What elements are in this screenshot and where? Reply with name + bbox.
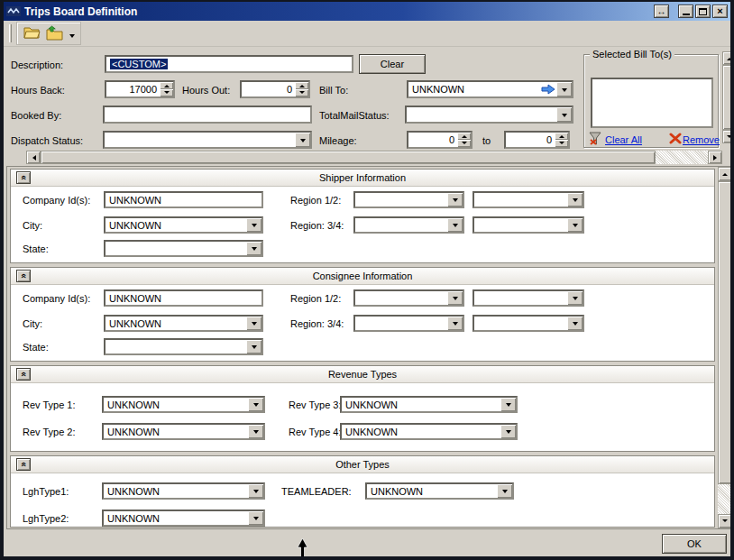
dropdown-button[interactable]: [248, 484, 263, 498]
dropdown-button[interactable]: [248, 425, 263, 438]
mileage-to-spinner[interactable]: 0: [504, 131, 570, 149]
total-mail-status-label: TotalMailStatus:: [319, 110, 390, 121]
dropdown-button[interactable]: [248, 398, 263, 411]
dropdown-button[interactable]: [295, 133, 310, 147]
scrollbar-thumb[interactable]: [722, 65, 734, 130]
rev-type-2-combobox[interactable]: UNKNOWN: [102, 423, 265, 440]
collapse-button[interactable]: «: [16, 458, 31, 471]
region3-combobox[interactable]: [353, 216, 464, 234]
resize-button[interactable]: ↔: [654, 5, 669, 18]
dropdown-button[interactable]: [567, 218, 583, 232]
region3-combobox[interactable]: [353, 315, 464, 332]
dropdown-button[interactable]: [500, 398, 516, 411]
state-combobox[interactable]: [104, 240, 263, 257]
description-input[interactable]: <CUSTOM>: [105, 55, 353, 73]
minimize-button[interactable]: [678, 5, 693, 18]
clear-all-filter-icon[interactable]: [589, 132, 603, 147]
region4-combobox[interactable]: [473, 216, 584, 234]
main-vertical-scrollbar[interactable]: [718, 167, 732, 528]
scroll-down-icon[interactable]: [722, 130, 734, 143]
lgh-type-1-combobox[interactable]: UNKNOWN: [102, 482, 265, 500]
scrollbar-track[interactable]: [656, 151, 708, 164]
rev-type-1-combobox[interactable]: UNKNOWN: [102, 396, 265, 413]
dropdown-button[interactable]: [567, 317, 583, 330]
spin-down-icon[interactable]: [555, 140, 568, 147]
collapse-button[interactable]: «: [16, 270, 31, 282]
folder-export-icon: [46, 25, 64, 42]
scroll-up-icon[interactable]: [722, 51, 734, 65]
dropdown-button[interactable]: [497, 484, 512, 498]
dropdown-button[interactable]: [246, 242, 261, 255]
goto-arrow-icon[interactable]: [541, 84, 555, 95]
scroll-down-icon[interactable]: [718, 514, 732, 528]
maximize-button[interactable]: [695, 5, 711, 18]
dropdown-button[interactable]: [447, 317, 463, 330]
remove-link[interactable]: Remove: [683, 134, 720, 145]
scroll-right-icon[interactable]: [708, 151, 722, 164]
region1-combobox[interactable]: [353, 191, 464, 208]
clear-button[interactable]: Clear: [359, 54, 426, 74]
close-button[interactable]: ×: [712, 5, 728, 18]
dispatch-status-label: Dispatch Status:: [11, 135, 83, 146]
scrollbar-track[interactable]: [718, 484, 732, 514]
region4-combobox[interactable]: [473, 315, 584, 332]
spin-down-icon[interactable]: [457, 140, 471, 147]
selected-bill-to-listbox[interactable]: [591, 78, 713, 128]
region2-combobox[interactable]: [473, 289, 584, 307]
collapse-button[interactable]: «: [16, 368, 31, 381]
spin-up-icon[interactable]: [555, 133, 568, 140]
toolbar-grip[interactable]: [9, 24, 12, 42]
dropdown-button[interactable]: [556, 82, 572, 96]
region2-combobox[interactable]: [473, 191, 584, 208]
hours-out-spinner[interactable]: 0: [240, 80, 310, 98]
rev-type-4-combobox[interactable]: UNKNOWN: [340, 423, 518, 440]
spin-up-icon[interactable]: [295, 82, 308, 89]
dropdown-button[interactable]: [447, 193, 463, 207]
dropdown-button[interactable]: [246, 317, 261, 330]
booked-by-input[interactable]: [103, 106, 312, 124]
spin-up-icon[interactable]: [457, 133, 471, 140]
remove-x-icon[interactable]: [669, 133, 682, 146]
spin-up-icon[interactable]: [160, 82, 173, 89]
scrollbar-thumb[interactable]: [41, 151, 656, 164]
spin-down-icon[interactable]: [160, 89, 173, 96]
hours-back-spinner[interactable]: 17000: [105, 80, 175, 98]
open-board-button[interactable]: [21, 23, 43, 44]
dropdown-button[interactable]: [556, 107, 572, 122]
mileage-from-spinner[interactable]: 0: [407, 131, 473, 149]
scrollbar-thumb[interactable]: [718, 181, 732, 484]
lgh-type-2-combobox[interactable]: UNKNOWN: [102, 510, 265, 527]
title-bar[interactable]: Trips Board Definition ↔ ×: [4, 2, 730, 21]
dropdown-button[interactable]: [567, 291, 583, 305]
scroll-left-icon[interactable]: [26, 151, 41, 164]
teamleader-combobox[interactable]: UNKNOWN: [365, 482, 514, 500]
company-ids-input[interactable]: UNKNOWN: [104, 289, 263, 307]
toolbar-dropdown-icon[interactable]: [69, 34, 75, 41]
total-mail-status-combobox[interactable]: [405, 106, 573, 124]
dropdown-button[interactable]: [246, 340, 261, 353]
bill-to-combobox[interactable]: UNKNOWN: [407, 80, 573, 98]
dropdown-button[interactable]: [447, 291, 463, 305]
clear-all-link[interactable]: Clear All: [605, 134, 642, 145]
company-ids-label: Company Id(s):: [23, 293, 90, 304]
region1-combobox[interactable]: [353, 289, 464, 307]
top-vertical-scrollbar[interactable]: [722, 51, 734, 143]
ok-button[interactable]: OK: [662, 534, 727, 554]
state-combobox[interactable]: [104, 338, 263, 355]
dispatch-status-combobox[interactable]: [103, 131, 312, 149]
collapse-button[interactable]: «: [16, 171, 31, 184]
city-combobox[interactable]: UNKNOWN: [104, 315, 263, 332]
dropdown-button[interactable]: [248, 511, 263, 525]
horizontal-scrollbar[interactable]: [26, 151, 722, 164]
dropdown-button[interactable]: [500, 425, 516, 438]
dropdown-button[interactable]: [246, 218, 261, 232]
dropdown-button[interactable]: [567, 193, 583, 207]
scroll-up-icon[interactable]: [718, 167, 732, 181]
dropdown-button[interactable]: [447, 218, 463, 232]
rev-type-3-combobox[interactable]: UNKNOWN: [340, 396, 518, 413]
mileage-label: Mileage:: [319, 135, 357, 146]
spin-down-icon[interactable]: [295, 89, 308, 96]
city-combobox[interactable]: UNKNOWN: [104, 216, 263, 234]
save-board-button[interactable]: [43, 23, 66, 44]
company-ids-input[interactable]: UNKNOWN: [104, 191, 263, 208]
